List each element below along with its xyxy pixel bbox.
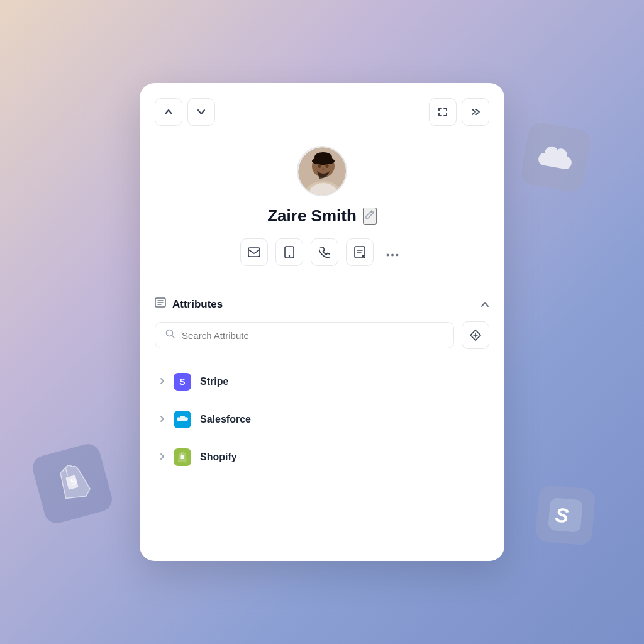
- svg-point-15: [289, 255, 290, 257]
- search-input-container: [155, 322, 454, 348]
- floating-cloud-icon: [519, 121, 592, 194]
- divider: [155, 284, 489, 284]
- salesforce-label: Salesforce: [200, 414, 251, 425]
- profile-section: Zaire Smith: [155, 146, 489, 266]
- down-button[interactable]: [187, 98, 215, 126]
- email-button[interactable]: [240, 238, 268, 266]
- attributes-header: Attributes: [155, 297, 489, 311]
- salesforce-badge: [174, 411, 191, 428]
- attributes-title-group: Attributes: [155, 297, 223, 311]
- user-name: Zaire Smith: [267, 206, 357, 226]
- avatar: [297, 146, 347, 196]
- tablet-button[interactable]: [275, 238, 303, 266]
- expand-button[interactable]: [429, 98, 457, 126]
- attribute-item-stripe[interactable]: S Stripe: [155, 364, 489, 399]
- forward-button[interactable]: [462, 98, 489, 126]
- add-attribute-button[interactable]: [462, 321, 489, 349]
- svg-rect-13: [248, 248, 260, 257]
- stripe-label: Stripe: [200, 376, 228, 387]
- shopify-badge: [174, 448, 191, 466]
- svg-text:S: S: [554, 504, 570, 528]
- search-icon: [165, 329, 175, 341]
- search-bar: [155, 321, 489, 349]
- floating-shopify-right-icon: S: [535, 484, 596, 546]
- note-button[interactable]: [346, 238, 374, 266]
- attributes-title: Attributes: [172, 298, 223, 311]
- list-icon: [155, 297, 166, 311]
- floating-shopify-left-icon: S: [30, 441, 115, 526]
- name-row: Zaire Smith: [267, 206, 377, 226]
- up-button[interactable]: [155, 98, 182, 126]
- attribute-item-shopify[interactable]: Shopify: [155, 440, 489, 475]
- chevron-stripe-icon: [160, 377, 165, 387]
- toolbar-left: [155, 98, 215, 126]
- edit-name-button[interactable]: [363, 208, 377, 225]
- toolbar: [155, 98, 489, 126]
- main-card: Zaire Smith: [140, 83, 504, 561]
- collapse-button[interactable]: [480, 299, 489, 310]
- svg-point-9: [312, 157, 335, 165]
- svg-point-10: [318, 164, 321, 168]
- action-icons: [240, 238, 404, 266]
- attribute-list: S Stripe Salesforce: [155, 364, 489, 475]
- chevron-salesforce-icon: [160, 415, 165, 425]
- shopify-label: Shopify: [200, 452, 237, 463]
- search-input[interactable]: [182, 330, 443, 341]
- chevron-shopify-icon: [160, 453, 165, 462]
- svg-point-19: [396, 253, 399, 256]
- stripe-badge: S: [174, 373, 191, 391]
- toolbar-right: [429, 98, 489, 126]
- svg-point-12: [322, 169, 325, 170]
- attribute-item-salesforce[interactable]: Salesforce: [155, 402, 489, 437]
- phone-button[interactable]: [311, 238, 338, 266]
- svg-point-17: [387, 253, 389, 256]
- attributes-section: Attributes: [155, 297, 489, 475]
- more-button[interactable]: [381, 240, 404, 265]
- svg-rect-22: [181, 455, 184, 459]
- svg-point-11: [326, 164, 329, 168]
- svg-point-18: [391, 253, 394, 256]
